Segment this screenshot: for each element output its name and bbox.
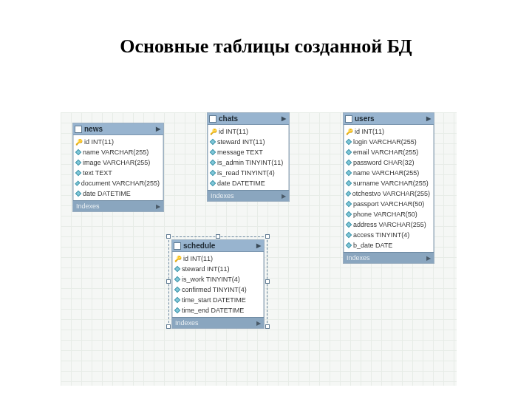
table-icon xyxy=(174,242,181,250)
column-text: otchestvo VARCHAR(255) xyxy=(352,190,430,197)
table-news[interactable]: news ▶ 🔑id INT(11)name VARCHAR(255)image… xyxy=(72,123,164,212)
collapse-icon[interactable]: ▶ xyxy=(282,115,286,122)
column-row[interactable]: is_work TINYINT(4) xyxy=(172,274,264,284)
resize-handle[interactable] xyxy=(265,279,270,284)
column-row[interactable]: steward INT(11) xyxy=(208,137,289,147)
column-icon xyxy=(210,139,216,145)
column-row[interactable]: message TEXT xyxy=(208,147,289,157)
column-icon xyxy=(210,149,216,155)
column-text: address VARCHAR(255) xyxy=(353,221,426,228)
column-row[interactable]: date DATETIME xyxy=(73,188,163,199)
column-row[interactable]: is_read TINYINT(4) xyxy=(208,168,289,178)
column-icon xyxy=(346,191,352,197)
table-users[interactable]: users ▶ 🔑id INT(11)login VARCHAR(255)ema… xyxy=(343,112,434,264)
column-text: time_start DATETIME xyxy=(182,296,246,304)
primary-key-icon: 🔑 xyxy=(175,256,181,262)
indexes-section[interactable]: Indexes ▶ xyxy=(208,190,289,201)
column-row[interactable]: login VARCHAR(255) xyxy=(344,137,434,147)
column-row[interactable]: image VARCHAR(255) xyxy=(73,157,163,168)
column-text: is_work TINYINT(4) xyxy=(182,276,240,283)
column-row[interactable]: text TEXT xyxy=(73,168,163,178)
column-text: login VARCHAR(255) xyxy=(353,138,417,146)
column-row[interactable]: address VARCHAR(255) xyxy=(344,219,434,230)
expand-icon[interactable]: ▶ xyxy=(426,255,431,262)
column-row[interactable]: passport VARCHAR(50) xyxy=(344,199,434,209)
table-schedule[interactable]: schedule ▶ 🔑id INT(11)steward INT(11)is_… xyxy=(171,239,265,329)
column-row[interactable]: password CHAR(32) xyxy=(344,157,434,168)
column-row[interactable]: otchestvo VARCHAR(255) xyxy=(344,188,434,199)
resize-handle[interactable] xyxy=(216,234,220,239)
collapse-icon[interactable]: ▶ xyxy=(256,242,261,249)
column-icon xyxy=(174,266,180,272)
table-icon xyxy=(75,126,82,133)
indexes-section[interactable]: Indexes ▶ xyxy=(172,317,264,328)
column-row[interactable]: date DATETIME xyxy=(208,178,289,188)
resize-handle[interactable] xyxy=(166,234,171,239)
column-text: email VARCHAR(255) xyxy=(353,149,418,156)
column-row[interactable]: email VARCHAR(255) xyxy=(344,147,434,157)
column-text: name VARCHAR(255) xyxy=(353,169,419,177)
column-list: 🔑id INT(11)steward INT(11)message TEXTis… xyxy=(208,125,289,190)
column-row[interactable]: name VARCHAR(255) xyxy=(344,168,434,178)
expand-icon[interactable]: ▶ xyxy=(156,203,160,210)
column-list: 🔑id INT(11)name VARCHAR(255)image VARCHA… xyxy=(73,135,163,200)
indexes-section[interactable]: Indexes ▶ xyxy=(344,252,434,263)
column-text: surname VARCHAR(255) xyxy=(353,180,429,187)
column-icon xyxy=(75,191,81,197)
indexes-section[interactable]: Indexes ▶ xyxy=(73,200,163,211)
column-row[interactable]: time_end DATETIME xyxy=(172,305,264,316)
column-row[interactable]: b_date DATE xyxy=(344,240,434,250)
column-row[interactable]: 🔑id INT(11) xyxy=(172,253,264,264)
column-icon xyxy=(346,222,352,228)
table-header-news[interactable]: news ▶ xyxy=(73,123,163,135)
column-row[interactable]: is_admin TINYINT(11) xyxy=(208,157,289,168)
column-row[interactable]: 🔑id INT(11) xyxy=(208,126,289,137)
column-icon xyxy=(346,139,352,145)
table-header-users[interactable]: users ▶ xyxy=(344,113,434,125)
column-icon xyxy=(346,160,352,166)
column-icon xyxy=(210,170,216,176)
column-text: access TINYINT(4) xyxy=(353,231,409,239)
column-row[interactable]: surname VARCHAR(255) xyxy=(344,178,434,188)
column-row[interactable]: document VARCHAR(255) xyxy=(73,178,163,188)
column-row[interactable]: phone VARCHAR(50) xyxy=(344,209,434,219)
column-row[interactable]: access TINYINT(4) xyxy=(344,230,434,240)
column-icon xyxy=(174,287,180,293)
expand-icon[interactable]: ▶ xyxy=(256,320,261,327)
table-chats[interactable]: chats ▶ 🔑id INT(11)steward INT(11)messag… xyxy=(207,112,290,202)
column-text: text TEXT xyxy=(83,169,112,177)
expand-icon[interactable]: ▶ xyxy=(282,193,286,200)
column-row[interactable]: 🔑id INT(11) xyxy=(73,137,163,147)
collapse-icon[interactable]: ▶ xyxy=(426,115,431,122)
column-row[interactable]: time_start DATETIME xyxy=(172,295,264,305)
resize-handle[interactable] xyxy=(265,234,270,239)
column-text: b_date DATE xyxy=(353,242,392,249)
column-text: id INT(11) xyxy=(355,128,384,135)
table-name: chats xyxy=(219,115,238,123)
column-row[interactable]: name VARCHAR(255) xyxy=(73,147,163,157)
table-schedule-selection[interactable]: schedule ▶ 🔑id INT(11)steward INT(11)is_… xyxy=(168,236,267,327)
column-icon xyxy=(174,307,180,313)
resize-handle[interactable] xyxy=(265,324,270,329)
table-icon xyxy=(209,115,216,123)
column-icon xyxy=(346,201,352,207)
column-text: password CHAR(32) xyxy=(353,159,415,166)
collapse-icon[interactable]: ▶ xyxy=(156,126,160,132)
column-text: date DATETIME xyxy=(217,180,265,187)
column-row[interactable]: 🔑id INT(11) xyxy=(344,126,434,137)
column-text: id INT(11) xyxy=(183,255,213,262)
table-header-chats[interactable]: chats ▶ xyxy=(208,113,289,125)
column-row[interactable]: steward INT(11) xyxy=(172,264,264,274)
column-text: message TEXT xyxy=(217,149,263,156)
column-icon xyxy=(346,170,352,176)
table-header-schedule[interactable]: schedule ▶ xyxy=(172,240,264,252)
resize-handle[interactable] xyxy=(166,279,171,284)
column-text: id INT(11) xyxy=(219,128,248,135)
resize-handle[interactable] xyxy=(166,324,171,329)
column-text: confirmed TINYINT(4) xyxy=(182,286,247,293)
column-row[interactable]: confirmed TINYINT(4) xyxy=(172,284,264,295)
column-icon xyxy=(346,242,352,248)
page-title: Основные таблицы созданной БД xyxy=(0,35,532,58)
column-text: id INT(11) xyxy=(84,138,114,146)
column-icon xyxy=(346,232,352,238)
